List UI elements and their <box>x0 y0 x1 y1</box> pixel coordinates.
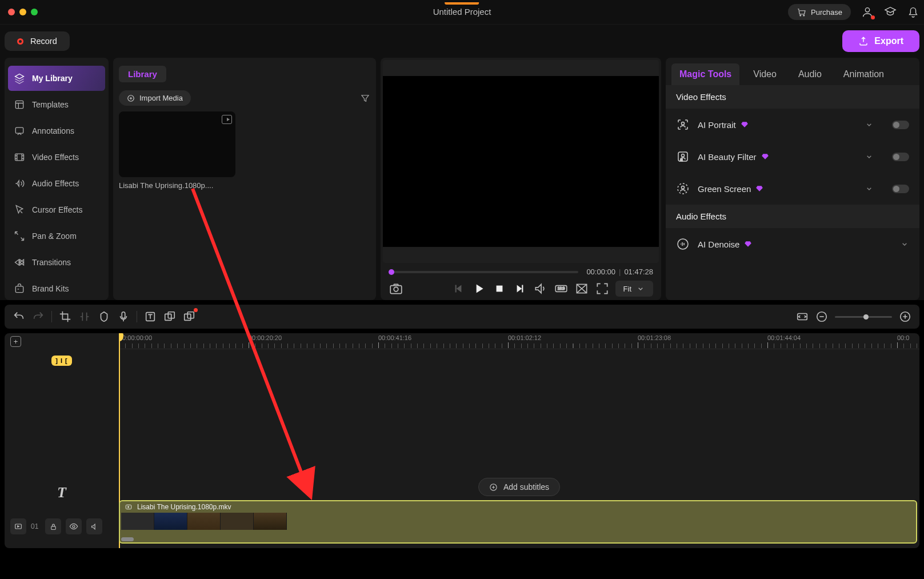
effect-ai-beauty-filter[interactable]: AI AI Beauty Filter <box>666 141 919 173</box>
ai-portrait-toggle[interactable] <box>892 121 909 129</box>
svg-rect-4 <box>15 127 23 133</box>
sidebar-item-my-library[interactable]: My Library <box>8 66 105 91</box>
screenshot-icon[interactable] <box>389 281 403 296</box>
window-controls[interactable] <box>5 9 38 15</box>
export-icon <box>858 36 869 46</box>
visibility-icon[interactable] <box>66 518 82 534</box>
add-to-timeline-icon[interactable] <box>222 115 232 124</box>
play-icon[interactable] <box>471 281 486 296</box>
sidebar-item-transitions[interactable]: Transitions <box>8 250 105 275</box>
chevron-down-icon <box>636 284 645 293</box>
next-frame-icon[interactable] <box>513 281 527 296</box>
timeline-tracks-area[interactable]: 00:00:00:00 00:00:20:20 00:00:41:16 00:0… <box>119 333 919 548</box>
track-type-icon[interactable] <box>10 518 26 534</box>
svg-point-2 <box>865 8 869 12</box>
zoom-out-icon[interactable] <box>815 310 828 323</box>
media-filename: Lisabi The Uprising.1080p.... <box>119 181 235 190</box>
sidebar-item-annotations[interactable]: Annotations <box>8 118 105 143</box>
aspect-ratio-icon[interactable]: 16:9 <box>554 281 569 296</box>
zoom-slider[interactable] <box>835 316 892 318</box>
audio-effects-heading: Audio Effects <box>666 205 919 228</box>
playhead-split-badge[interactable]: ] I [ <box>51 356 72 366</box>
fit-timeline-icon[interactable] <box>796 310 809 323</box>
mute-track-icon[interactable] <box>86 518 102 534</box>
media-item[interactable]: Lisabi The Uprising.1080p.... <box>119 111 235 190</box>
tab-video[interactable]: Video <box>745 63 785 85</box>
video-preview[interactable] <box>383 60 659 263</box>
sidebar-item-pan-zoom[interactable]: Pan & Zoom <box>8 223 105 249</box>
tab-animation[interactable]: Animation <box>835 63 892 85</box>
redo-icon[interactable] <box>32 310 45 323</box>
stop-icon[interactable] <box>492 281 507 296</box>
video-clip[interactable]: Lisabi The Uprising.1080p.mkv <box>119 500 917 544</box>
chevron-down-icon[interactable] <box>865 120 874 129</box>
safe-zone-icon[interactable] <box>574 281 589 296</box>
video-effects-heading: Video Effects <box>666 85 919 109</box>
crop-icon[interactable] <box>59 310 71 323</box>
sidebar-item-video-effects[interactable]: Video Effects <box>8 145 105 170</box>
close-window-icon[interactable] <box>8 9 15 15</box>
text-track-icon[interactable]: T <box>57 484 66 501</box>
tab-magic-tools[interactable]: Magic Tools <box>671 63 739 85</box>
ai-denoise-icon <box>676 237 690 251</box>
import-media-button[interactable]: Import Media <box>119 90 191 106</box>
lock-track-icon[interactable] <box>45 518 61 534</box>
record-button[interactable]: Record <box>5 31 70 51</box>
effect-ai-denoise[interactable]: AI Denoise <box>666 228 919 260</box>
minimize-window-icon[interactable] <box>19 9 26 15</box>
sidebar-item-cursor-effects[interactable]: Cursor Effects <box>8 197 105 222</box>
clip-filename: Lisabi The Uprising.1080p.mkv <box>137 503 231 511</box>
text-icon[interactable] <box>144 310 157 323</box>
split-icon[interactable] <box>78 310 91 323</box>
ai-assist-icon[interactable] <box>183 310 195 323</box>
window-header: Untitled Project Purchase <box>0 0 924 24</box>
user-account-icon[interactable] <box>861 6 874 18</box>
purchase-button[interactable]: Purchase <box>788 4 851 20</box>
chevron-down-icon[interactable] <box>900 239 909 249</box>
tab-library[interactable]: Library <box>119 66 166 82</box>
marker-icon[interactable] <box>98 310 110 323</box>
group-icon[interactable] <box>163 310 176 323</box>
clip-scrollbar[interactable] <box>121 537 134 541</box>
add-subtitles-button[interactable]: Add subtitles <box>478 478 560 496</box>
library-panel: Library Import Media Lisabi The Uprising… <box>113 58 376 300</box>
tutorials-icon[interactable] <box>884 6 897 18</box>
volume-icon[interactable] <box>533 281 548 296</box>
seek-bar[interactable] <box>389 271 578 273</box>
sidebar-item-templates[interactable]: Templates <box>8 92 105 117</box>
voiceover-icon[interactable] <box>117 310 130 323</box>
notifications-icon[interactable] <box>907 6 919 18</box>
fullscreen-icon[interactable] <box>595 281 610 296</box>
title-accent-bar <box>445 2 479 5</box>
ai-beauty-toggle[interactable] <box>892 153 909 161</box>
effect-green-screen[interactable]: Green Screen <box>666 173 919 205</box>
gem-icon <box>755 185 763 193</box>
plus-circle-icon <box>489 483 498 492</box>
export-button[interactable]: Export <box>842 30 919 52</box>
undo-icon[interactable] <box>13 310 25 323</box>
sidebar-item-brand-kits[interactable]: Brand Kits <box>8 276 105 301</box>
green-screen-toggle[interactable] <box>892 185 909 193</box>
sidebar-item-audio-effects[interactable]: Audio Effects <box>8 171 105 196</box>
chevron-down-icon[interactable] <box>865 152 874 161</box>
plus-icon <box>127 94 135 102</box>
zoom-in-icon[interactable] <box>899 310 911 323</box>
track-controls: 01 <box>5 505 119 548</box>
filter-icon[interactable] <box>360 93 370 103</box>
add-track-button[interactable]: + <box>10 336 21 347</box>
svg-rect-3 <box>15 101 23 108</box>
seek-knob[interactable] <box>389 269 394 275</box>
maximize-window-icon[interactable] <box>31 9 38 15</box>
prev-frame-icon[interactable] <box>451 281 466 296</box>
video-effects-icon <box>14 151 25 163</box>
audio-effects-icon <box>14 178 25 189</box>
timeline-ruler[interactable]: 00:00:00:00 00:00:20:20 00:00:41:16 00:0… <box>119 333 919 349</box>
effect-ai-portrait[interactable]: AI Portrait <box>666 109 919 141</box>
svg-point-14 <box>682 122 685 125</box>
green-screen-icon <box>676 182 690 195</box>
chevron-down-icon[interactable] <box>865 184 874 193</box>
clip-icon <box>125 503 133 511</box>
tab-audio[interactable]: Audio <box>790 63 830 85</box>
pan-zoom-icon <box>14 230 25 242</box>
fit-select[interactable]: Fit <box>615 281 653 297</box>
